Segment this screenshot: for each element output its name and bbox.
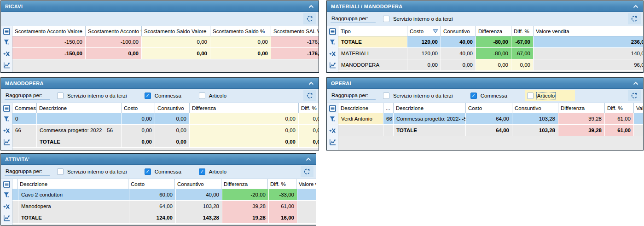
grid-cell[interactable]: -150,00	[12, 36, 86, 48]
grid-cell[interactable]: 0,00	[511, 59, 534, 71]
grid-cell[interactable]: 39,28	[558, 113, 605, 125]
table-row[interactable]: Manodopera64,00103,2839,2861,00	[12, 201, 316, 212]
column-header-blank[interactable]: ...	[383, 103, 394, 113]
grid-cell[interactable]: 103,28	[512, 113, 558, 125]
grid-cell[interactable]: 16,00	[269, 212, 297, 224]
column-header-descrizione[interactable]: Descrizione	[17, 179, 128, 189]
grid-cell[interactable]: 19,28	[222, 212, 269, 224]
checkbox-articolo[interactable]: Articolo	[199, 93, 226, 99]
grid-cell[interactable]: TOTALE	[37, 136, 122, 148]
column-header-costo[interactable]: Costo	[466, 103, 512, 113]
grid-cell[interactable]: 0,00	[210, 48, 271, 59]
checkbox-articolo[interactable]: ✓Articolo	[199, 168, 226, 175]
grid-cell[interactable]: -67,00	[511, 48, 534, 59]
grid-cell[interactable]: 40,00	[441, 36, 476, 48]
grid-cell[interactable]: 140,00	[534, 48, 643, 59]
grid-cell[interactable]	[12, 136, 37, 148]
grid-cell[interactable]: 64,00	[129, 201, 176, 212]
grid-cell[interactable]: Commessa progetto: 2022- -56	[37, 125, 122, 136]
clear-filter-button[interactable]	[1, 48, 12, 59]
refresh-button[interactable]	[628, 90, 641, 101]
grid-cell[interactable]	[297, 189, 316, 201]
column-header-commessa[interactable]: Commessa	[12, 103, 37, 113]
grid-cell[interactable]: 66	[383, 113, 394, 125]
collapse-button[interactable]	[305, 157, 312, 161]
grid-cell[interactable]: 0,00	[210, 36, 271, 48]
filter-button[interactable]	[1, 36, 12, 48]
column-header-blank[interactable]	[12, 179, 17, 189]
column-header-scostamento-acconto[interactable]: Scostamento Acconto %	[86, 26, 142, 36]
grid-cell[interactable]	[338, 125, 383, 136]
grid-cell[interactable]: TOTALE	[338, 36, 407, 48]
grid-cell[interactable]: -150,00	[12, 48, 86, 59]
grid-cell[interactable]: 120,00	[407, 36, 441, 48]
grid-cell[interactable]: TOTALE	[18, 212, 129, 224]
grid-cell[interactable]: 0,00	[155, 113, 190, 125]
grid-cell[interactable]: 0,00	[155, 125, 190, 136]
column-header-costo[interactable]: Costo	[128, 179, 175, 189]
grid-cell[interactable]: 236,00	[534, 36, 643, 48]
chart-button[interactable]	[1, 59, 12, 71]
chart-button[interactable]	[327, 136, 338, 148]
grid-cell[interactable]: 120,00	[407, 48, 441, 59]
column-header-differenza[interactable]: Differenza	[476, 26, 511, 36]
grid-cell[interactable]: -176,00	[271, 48, 319, 59]
grid-cell[interactable]: 0,00	[299, 125, 319, 136]
collapse-button[interactable]	[632, 4, 639, 8]
grid-cell[interactable]	[634, 113, 643, 125]
grid-cell[interactable]: 0,00	[476, 59, 511, 71]
grid-cell[interactable]: 61,00	[605, 125, 634, 136]
properties-button[interactable]	[1, 103, 12, 113]
grid-cell[interactable]: 0,00	[299, 113, 319, 125]
grid-cell[interactable]: -80,00	[476, 36, 511, 48]
checkbox-commessa[interactable]: ✓Commessa	[145, 168, 181, 175]
refresh-button[interactable]	[303, 90, 316, 101]
grid-cell[interactable]: 39,28	[558, 125, 605, 136]
checkbox-articolo[interactable]: Articolo	[525, 90, 575, 101]
grid-cell[interactable]: 0,00	[122, 113, 155, 125]
column-header-descrizione[interactable]: Descrizione	[338, 103, 383, 113]
column-header-scostamento-acconto-valore[interactable]: Scostamento Acconto Valore	[12, 26, 86, 36]
grid-cell[interactable]	[297, 201, 316, 212]
table-row[interactable]: Verdi Antonio66Commessa progetto: 2022- …	[338, 113, 643, 125]
grid-cell[interactable]: 0,00	[407, 59, 441, 71]
column-header-descrizione[interactable]: Descrizione	[37, 103, 122, 113]
grid-cell[interactable]: Manodopera	[18, 201, 129, 212]
column-header-scostamento-saldo-valore[interactable]: Scostamento Saldo Valore	[142, 26, 210, 36]
collapse-button[interactable]	[308, 81, 314, 85]
grid-cell[interactable]: 103,28	[176, 201, 222, 212]
filter-button[interactable]	[1, 189, 12, 201]
collapse-button[interactable]	[632, 81, 639, 85]
grid-cell[interactable]: 0,00	[190, 136, 299, 148]
grid-cell[interactable]: 61,00	[269, 201, 297, 212]
grid-cell[interactable]	[37, 113, 122, 125]
grid-cell[interactable]: Commessa progetto: 2022- -56	[394, 113, 466, 125]
grid-cell[interactable]: 0,00	[155, 136, 190, 148]
checkbox-commessa[interactable]: ✓Commessa	[145, 93, 181, 99]
column-header-diff[interactable]: Diff. %	[605, 103, 634, 113]
grid-cell[interactable]: 64,00	[466, 125, 512, 136]
checkbox-servizio-interno-o-da-terzi[interactable]: Servizio interno o da terzi	[383, 16, 453, 22]
properties-button[interactable]	[327, 103, 338, 113]
grid-cell[interactable]: 40,00	[441, 48, 476, 59]
column-header-differenza[interactable]: Differenza	[190, 103, 299, 113]
table-row[interactable]: TOTALE64,00103,2839,2861,00	[338, 125, 643, 136]
grid-cell[interactable]: 124,00	[129, 212, 176, 224]
column-header-costo[interactable]: Costo	[407, 26, 441, 36]
grid-cell[interactable]: Cavo 2 conduttori	[18, 189, 129, 201]
column-header-descrizione[interactable]: Descrizione	[394, 103, 466, 113]
grid-cell[interactable]: 143,28	[176, 212, 222, 224]
refresh-button[interactable]	[301, 166, 313, 177]
checkbox-servizio-interno-o-da-terzi[interactable]: Servizio interno o da terzi	[57, 93, 127, 99]
grid-cell[interactable]: -80,00	[476, 48, 511, 59]
column-header-valore-vendita[interactable]: Valore vendita	[634, 103, 643, 113]
chart-button[interactable]	[1, 136, 12, 148]
grid-cell[interactable]: -33,00	[269, 189, 297, 201]
column-header-tipo[interactable]: Tipo	[338, 26, 407, 36]
properties-button[interactable]	[1, 26, 12, 36]
chart-button[interactable]	[1, 212, 12, 224]
grid-cell[interactable]: TOTALE	[394, 125, 466, 136]
grid-cell[interactable]: 0,00	[122, 136, 155, 148]
column-header-diff[interactable]: Diff. %	[299, 103, 319, 113]
properties-button[interactable]	[327, 26, 338, 36]
